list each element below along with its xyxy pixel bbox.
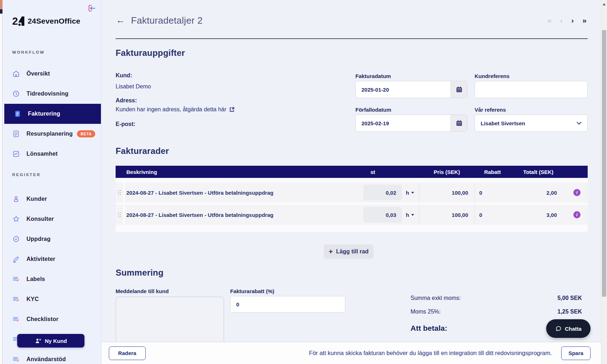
sidebar-item-checklistor[interactable]: Checklistor (3, 309, 101, 329)
our-ref-select[interactable]: Lisabet Sivertsen (475, 115, 588, 132)
address-label: Adress: (116, 97, 137, 104)
pencil-icon (12, 255, 20, 263)
col-handle (116, 166, 125, 178)
new-customer-button[interactable]: Ny Kund (17, 334, 84, 348)
customer-value: Lisabet Demo (116, 83, 151, 90)
sidebar-item-resursplanering[interactable]: Resursplanering BETA (3, 124, 101, 144)
add-row-button[interactable]: + Lägg till rad (324, 244, 374, 259)
user-icon (12, 195, 20, 203)
badge-check-icon (12, 235, 20, 243)
back-button[interactable]: ← (116, 15, 125, 25)
drag-handle[interactable] (116, 183, 125, 203)
sidebar-item-lonsamhet[interactable]: Lönsamhet (3, 144, 101, 164)
invoice-date-input[interactable]: 2025-01-20 (356, 81, 451, 98)
invoice-rows-title: Fakturarader (116, 146, 169, 156)
chat-button[interactable]: Chatta (546, 319, 591, 338)
beta-badge: BETA (77, 130, 95, 137)
quantity-input[interactable]: 0,03 (363, 207, 402, 223)
vat-label: Moms 25%: (411, 309, 441, 315)
customer-ref-input[interactable] (475, 81, 588, 98)
summary-title: Summering (116, 268, 164, 278)
our-ref-label: Vår referens (475, 107, 506, 113)
col-header-unit (403, 166, 419, 178)
app-window: 2 24SevenOffice WORKFLOW Översikt Tidred… (0, 0, 607, 364)
sidebar-item-kunder[interactable]: Kunder (3, 189, 101, 209)
pagination-next-button[interactable]: › (571, 16, 574, 25)
price-input[interactable]: 100,00 (419, 205, 475, 225)
delete-button[interactable]: Radera (109, 346, 146, 360)
edge-accent-navy (0, 9, 3, 14)
person-plus-icon (35, 338, 42, 344)
price-input[interactable]: 100,00 (419, 183, 475, 203)
invoice-discount-input[interactable]: 0 (230, 296, 345, 312)
list-check-icon (12, 355, 20, 363)
unit-dropdown[interactable]: h (403, 183, 419, 203)
row-info-cell: i (566, 183, 588, 203)
sidebar-item-oversikt[interactable]: Översikt (3, 64, 101, 84)
due-date-label: Förfallodatum (355, 107, 391, 113)
chevron-down-icon (577, 122, 582, 125)
external-link-icon (229, 107, 235, 112)
sidebar-item-anvandarstod[interactable]: Användarstöd (3, 349, 101, 364)
email-label: E-post: (116, 121, 135, 127)
sidebar-item-label: Checklistor (26, 316, 58, 322)
col-header-price: Pris (SEK) (419, 166, 475, 178)
address-fix-link[interactable]: Kunden har ingen adress, åtgärda detta h… (116, 106, 235, 113)
scrollbar-thumb[interactable] (602, 30, 606, 297)
sidebar-item-labels[interactable]: Labels (3, 269, 101, 289)
sidebar-item-konsulter[interactable]: Konsulter (3, 209, 101, 229)
sidebar: 2 24SevenOffice WORKFLOW Översikt Tidred… (3, 0, 101, 364)
invoice-icon (14, 110, 21, 118)
discount-input[interactable]: 0 (475, 205, 510, 225)
calendar-icon (456, 86, 463, 93)
drag-handle[interactable] (116, 205, 125, 225)
row-total: 3,00 (510, 205, 566, 225)
sidebar-item-label: Tidredovisning (26, 91, 68, 97)
quantity-input[interactable]: 0,02 (363, 185, 402, 200)
home-icon (12, 70, 20, 78)
edge-accent-top (0, 0, 3, 9)
sidebar-item-uppdrag[interactable]: Uppdrag (3, 229, 101, 249)
footer-bar: Radera För att kunna skicka fakturan beh… (102, 342, 601, 364)
new-customer-label: Ny Kund (45, 338, 67, 344)
page-title: Fakturadetaljer 2 (131, 15, 203, 26)
due-date-calendar-button[interactable] (451, 115, 467, 131)
table-row: 2024-08-27 - Lisabet Sivertsen - Utföra … (116, 183, 588, 203)
drag-dots-icon (118, 190, 121, 195)
scrollbar-track[interactable] (601, 0, 607, 364)
info-icon[interactable]: i (573, 211, 581, 218)
footer-info-text: För att kunna skicka fakturan behöver du… (309, 350, 552, 356)
header-divider (116, 38, 588, 39)
sidebar-item-label: Resursplanering (26, 131, 73, 137)
table-body: 2024-08-27 - Lisabet Sivertsen - Utföra … (116, 178, 588, 232)
pagination-last-button[interactable]: » (582, 16, 587, 25)
sidebar-item-kyc[interactable]: KYC (3, 289, 101, 309)
unit-dropdown[interactable]: h (403, 205, 419, 225)
sidebar-item-label: Kunder (26, 196, 47, 202)
sidebar-item-label: KYC (26, 296, 39, 302)
due-date-field: 2025-02-19 (355, 115, 467, 132)
discount-input[interactable]: 0 (475, 183, 510, 203)
scrollbar-up-arrow[interactable] (603, 2, 606, 5)
logo-text: 24SevenOffice (28, 17, 80, 25)
table-header: Beskrivning st Pris (SEK) Rabatt Totalt … (116, 166, 588, 178)
calendar-icon (456, 120, 463, 127)
invoice-date-calendar-button[interactable] (451, 81, 467, 98)
due-date-input[interactable]: 2025-02-19 (356, 115, 451, 131)
table-row: 2024-08-27 - Lisabet Sivertsen - Utföra … (116, 205, 588, 225)
chat-bubble-icon (555, 325, 562, 332)
col-header-info (566, 166, 588, 178)
sidebar-item-aktiviteter[interactable]: Aktiviteter (3, 249, 101, 269)
save-button[interactable]: Spara (561, 346, 591, 360)
list-check-icon (12, 295, 20, 303)
col-header-quantity: st (362, 166, 403, 178)
sidebar-item-tidredovisning[interactable]: Tidredovisning (3, 84, 101, 104)
pagination-first-button[interactable]: « (548, 16, 552, 25)
collapse-sidebar-button[interactable] (87, 4, 96, 13)
sidebar-item-fakturering[interactable]: Fakturering (4, 104, 101, 124)
info-icon[interactable]: i (573, 189, 581, 196)
pagination-prev-button[interactable]: ‹ (560, 16, 563, 25)
address-link-text: Kunden har ingen adress, åtgärda detta h… (116, 106, 227, 113)
sidebar-item-label: Aktiviteter (26, 256, 55, 262)
sidebar-item-label: Fakturering (28, 111, 60, 117)
